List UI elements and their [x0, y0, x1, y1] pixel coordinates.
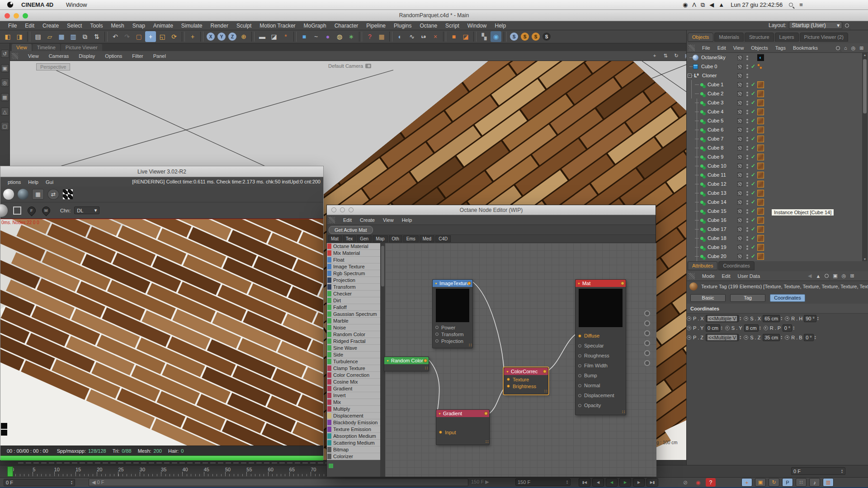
menu-item[interactable]: Motion Tracker: [259, 23, 295, 29]
node-type-item[interactable]: Image Texture: [327, 263, 380, 270]
texture-tag[interactable]: [757, 163, 764, 169]
copy-icon[interactable]: ⧉: [80, 31, 90, 42]
save-icon[interactable]: ▦: [56, 31, 67, 42]
octane-icon[interactable]: ◉: [491, 31, 501, 42]
node-type-item[interactable]: Ridged Fractal: [327, 338, 380, 345]
node-type-item[interactable]: Octane Material: [327, 243, 380, 250]
node-header[interactable]: ▼ ColorCorrec: [504, 368, 548, 375]
new-panel-icon[interactable]: ⊞: [850, 273, 854, 279]
lock-x-icon[interactable]: X: [207, 33, 215, 41]
texture-tag[interactable]: [757, 108, 764, 115]
node-input-port[interactable]: Diffuse: [576, 331, 626, 341]
manager-tab[interactable]: Materials: [714, 33, 744, 42]
visibility-dots[interactable]: [746, 245, 748, 247]
layer-toggle[interactable]: [737, 191, 742, 196]
key-pla-toggle[interactable]: ∷: [796, 478, 807, 487]
autokey-off-icon[interactable]: ⊘: [680, 478, 690, 487]
path-icon[interactable]: ◎: [851, 45, 856, 51]
live-selection-icon[interactable]: ▢: [133, 31, 144, 42]
menu-item[interactable]: Simulate: [181, 23, 203, 29]
object-name[interactable]: Cube 2: [698, 91, 723, 96]
manager-tab[interactable]: Structure: [745, 33, 774, 42]
enabled-check-icon[interactable]: ✓: [751, 199, 755, 205]
node-type-item[interactable]: Checker: [327, 291, 380, 297]
layer-toggle[interactable]: [737, 100, 742, 105]
node-type-item[interactable]: Absorption Medium: [327, 433, 380, 440]
node-input-port[interactable]: Specular: [576, 341, 626, 351]
enabled-check-icon[interactable]: ✓: [751, 99, 755, 106]
node-resize-handle[interactable]: ∷: [425, 366, 428, 371]
node-header[interactable]: ▼ Random Color: [384, 357, 429, 364]
object-row[interactable]: − L⁰ Cube 8 ✓ ◐: [687, 143, 868, 152]
manager-tab[interactable]: Picture Viewer (2): [800, 33, 848, 42]
get-active-mat-button[interactable]: Get Active Mat: [329, 226, 373, 234]
texture-tag[interactable]: [757, 90, 764, 97]
visibility-dots[interactable]: [746, 254, 748, 256]
new-panel-icon[interactable]: ⊞: [859, 45, 863, 51]
panel-grip-icon[interactable]: [329, 217, 335, 223]
shader-node[interactable]: ▼ Random Color ∷: [384, 357, 429, 371]
field-stepper[interactable]: ▲▼: [817, 316, 821, 321]
keyframe-radio[interactable]: [785, 316, 789, 321]
key-sound-toggle[interactable]: ♪: [809, 478, 820, 487]
layer-toggle[interactable]: [737, 218, 742, 223]
volume-icon[interactable]: ◀: [709, 1, 714, 8]
node-type-item[interactable]: Cosine Mix: [327, 379, 380, 385]
field-stepper[interactable]: ▲▼: [780, 335, 785, 340]
texture-tag[interactable]: [757, 81, 764, 88]
layer-toggle[interactable]: [737, 245, 742, 250]
panel-grip-icon[interactable]: [12, 53, 18, 59]
visibility-dots[interactable]: [746, 200, 748, 202]
enabled-check-icon[interactable]: ✓: [751, 63, 755, 70]
notification-center-icon[interactable]: ≡: [799, 1, 803, 8]
node-editor-menu-item[interactable]: View: [383, 217, 394, 223]
edges-mode-icon[interactable]: △: [1, 108, 9, 116]
joint-icon[interactable]: ×: [430, 31, 441, 42]
collapse-icon[interactable]: ▼: [506, 370, 509, 373]
node-output-port[interactable]: [484, 412, 488, 415]
node-type-item[interactable]: Mix Material: [327, 250, 380, 257]
next-key-button[interactable]: ▶: [633, 478, 645, 487]
object-name[interactable]: Cube 6: [698, 127, 723, 132]
search-commander-icon[interactable]: [845, 23, 849, 28]
alpha-checker-icon[interactable]: [63, 189, 73, 199]
object-name[interactable]: Cube 12: [698, 181, 726, 187]
menu-item[interactable]: Script: [445, 23, 459, 29]
node-type-item[interactable]: Projection: [327, 277, 380, 284]
node-type-tab[interactable]: Tex: [343, 235, 356, 242]
menu-item[interactable]: Pipeline: [366, 23, 386, 29]
app-menu[interactable]: CINEMA 4D: [21, 1, 53, 8]
node-input-port[interactable]: Transform: [433, 331, 472, 338]
spline-pen-icon[interactable]: ~: [311, 31, 321, 42]
node-type-item[interactable]: Scattering Medium: [327, 440, 380, 446]
layer-toggle[interactable]: [737, 209, 742, 214]
generator-icon[interactable]: ●: [322, 31, 333, 42]
node-resize-handle[interactable]: ∷: [486, 439, 488, 444]
record-button[interactable]: ◉: [693, 478, 703, 487]
visibility-dots[interactable]: [746, 83, 748, 84]
field-input[interactable]: 90 °: [804, 315, 816, 322]
attribute-section-button[interactable]: Coordinates: [770, 294, 805, 302]
shader-node[interactable]: ▼ ImageTexture Power Transform: [432, 279, 473, 348]
texture-icon[interactable]: ▚: [479, 31, 490, 42]
visibility-dots[interactable]: [746, 65, 748, 66]
object-name[interactable]: Cube 20: [698, 253, 726, 259]
sky-tag[interactable]: ◐: [757, 54, 764, 61]
layer-toggle[interactable]: [737, 118, 742, 123]
objects-menu-item[interactable]: Bookmarks: [793, 45, 818, 51]
layer-toggle[interactable]: [737, 109, 742, 114]
viewport-tab[interactable]: Picture Viewer: [61, 44, 102, 51]
node-type-item[interactable]: Gaussian Spectrum: [327, 311, 380, 318]
menu-item[interactable]: Character: [335, 23, 359, 29]
texture-tag[interactable]: [757, 117, 764, 124]
zoom-view-icon[interactable]: ⇅: [662, 52, 669, 59]
last-tool-icon[interactable]: +: [187, 31, 198, 42]
node-type-tab[interactable]: C4D: [435, 235, 451, 242]
menu-item[interactable]: Mesh: [111, 23, 124, 29]
object-name[interactable]: Cube 0: [692, 64, 717, 69]
node-type-tab[interactable]: Gen: [357, 235, 372, 242]
node-type-item[interactable]: Falloff: [327, 304, 380, 311]
field-input[interactable]: 0 °: [804, 334, 814, 341]
object-row[interactable]: − L⁰ Cube 11 ✓ ◐: [687, 170, 868, 179]
node-editor-menu-item[interactable]: Edit: [343, 217, 352, 223]
